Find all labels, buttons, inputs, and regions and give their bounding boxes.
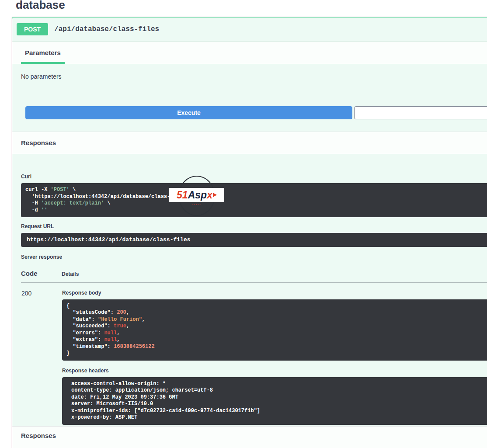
tag-title[interactable]: database	[16, 0, 487, 11]
request-url-label: Request URL	[21, 223, 487, 229]
clear-button[interactable]: Clear	[354, 106, 487, 119]
tab-parameters-label: Parameters	[25, 49, 61, 56]
responses-inner: Curl curl -X 'POST' \ 'https://localhost…	[12, 154, 487, 426]
response-details-cell: Response body { "statusCode": 200, "data…	[62, 282, 487, 425]
endpoint-path: /api/database/class-files	[54, 25, 159, 33]
tab-parameters[interactable]: Parameters	[21, 42, 65, 64]
table-header-row: Code Details	[21, 267, 487, 283]
http-method-badge: POST	[17, 23, 48, 35]
documented-responses-header: Responses	[12, 426, 487, 448]
responses-section-title: Responses	[21, 139, 56, 146]
parameters-body: No parameters	[12, 64, 487, 106]
curl-command-block[interactable]: curl -X 'POST' \ 'https://localhost:4434…	[21, 183, 487, 217]
opblock-summary[interactable]: POST /api/database/class-files	[12, 17, 487, 42]
responses-section-header: Responses	[12, 132, 487, 154]
response-status-code: 200	[21, 282, 62, 425]
code-column-header: Code	[21, 267, 62, 283]
execute-wrapper: Execute Clear	[12, 106, 487, 132]
parameters-tab-header: Parameters	[12, 42, 487, 64]
request-url-value: https://localhost:44342/api/database/cla…	[21, 233, 487, 247]
response-body-label: Response body	[62, 290, 487, 296]
no-parameters-text: No parameters	[21, 73, 487, 80]
execute-button[interactable]: Execute	[25, 106, 352, 119]
curl-label: Curl	[21, 174, 487, 180]
response-row-200: 200 Response body { "statusCode": 200, "…	[21, 282, 487, 425]
opblock-post: POST /api/database/class-files Parameter…	[12, 17, 487, 448]
documented-responses-title: Responses	[21, 432, 56, 439]
response-headers-label: Response headers	[62, 368, 487, 374]
response-body-block[interactable]: { "statusCode": 200, "data": "Hello Furi…	[62, 299, 487, 361]
details-column-header: Details	[62, 267, 487, 283]
swagger-ui-page: database POST /api/database/class-files …	[0, 0, 487, 448]
server-response-table: Code Details 200 Response body { "status…	[21, 267, 487, 425]
server-response-label: Server response	[21, 254, 487, 260]
response-headers-block: access-control-allow-origin: *content-ty…	[62, 377, 487, 425]
